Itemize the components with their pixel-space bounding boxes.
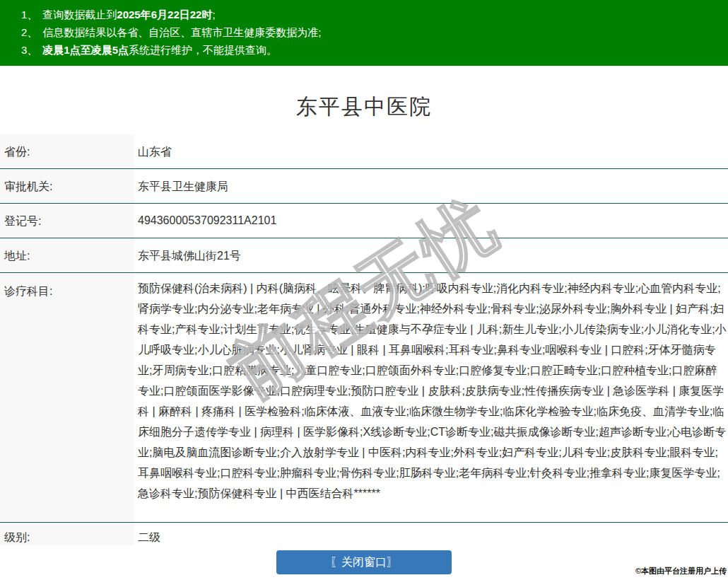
row-label: 审批机关: — [0, 169, 134, 203]
notice-number: 1、 — [21, 8, 37, 21]
notice-line-3: 3、凌晨1点至凌晨5点系统进行维护，不能提供查询。 — [21, 41, 721, 59]
close-window-button[interactable]: 〖关闭窗口〗 — [276, 550, 452, 574]
notice-banner: 1、查询数据截止到2025年6月22日22时; 2、信息数据结果以各省、自治区、… — [0, 0, 728, 66]
hospital-title: 东平县中医院 — [296, 95, 432, 118]
row-label: 地址: — [0, 238, 134, 272]
row-label: 诊疗科目: — [0, 273, 134, 522]
row-label: 登记号: — [0, 204, 134, 238]
notice-text: 系统进行维护，不能提供查询。 — [129, 44, 277, 56]
notice-number: 2、 — [21, 26, 37, 38]
row-label: 省份: — [0, 134, 134, 168]
notice-text: 信息数据结果以各省、自治区、直辖市卫生健康委数据为准; — [42, 26, 321, 38]
row-value: 预防保健科(治未病科) | 内科(脑病科、眩晕科、脾胃病科);呼吸内科专业;消化… — [134, 273, 728, 522]
table-row-approval-authority: 审批机关: 东平县卫生健康局 — [0, 169, 728, 204]
table-row-registration-number: 登记号: 49436000537092311A2101 — [0, 204, 728, 238]
notice-text: ; — [212, 8, 215, 21]
table-row-level: 级别: 二级 — [0, 523, 728, 545]
uploader-disclaimer: ©本图由平台注册用户上传 — [635, 566, 727, 576]
notice-text-bold: 凌晨1点至凌晨5点 — [42, 44, 129, 56]
notice-number: 3、 — [21, 44, 37, 56]
row-value: 东平县城佛山街21号 — [134, 238, 728, 272]
table-row-province: 省份: 山东省 — [0, 134, 728, 169]
title-wrap: 东平县中医院 — [0, 66, 728, 134]
query-result-page: 1、查询数据截止到2025年6月22日22时; 2、信息数据结果以各省、自治区、… — [0, 0, 728, 580]
row-label: 级别: — [0, 523, 134, 545]
row-value: 二级 — [134, 523, 728, 545]
hospital-info-table: 省份: 山东省 审批机关: 东平县卫生健康局 登记号: 494360005370… — [0, 134, 728, 545]
table-row-address: 地址: 东平县城佛山街21号 — [0, 238, 728, 273]
notice-line-2: 2、信息数据结果以各省、自治区、直辖市卫生健康委数据为准; — [21, 23, 721, 41]
table-row-departments: 诊疗科目: 预防保健科(治未病科) | 内科(脑病科、眩晕科、脾胃病科);呼吸内… — [0, 273, 728, 523]
row-value: 山东省 — [134, 134, 728, 168]
notice-text: 查询数据截止到 — [42, 8, 117, 21]
row-value: 49436000537092311A2101 — [134, 204, 728, 238]
notice-text-bold: 2025年6月22日22时 — [117, 8, 212, 21]
notice-line-1: 1、查询数据截止到2025年6月22日22时; — [21, 6, 721, 23]
row-value: 东平县卫生健康局 — [134, 169, 728, 203]
